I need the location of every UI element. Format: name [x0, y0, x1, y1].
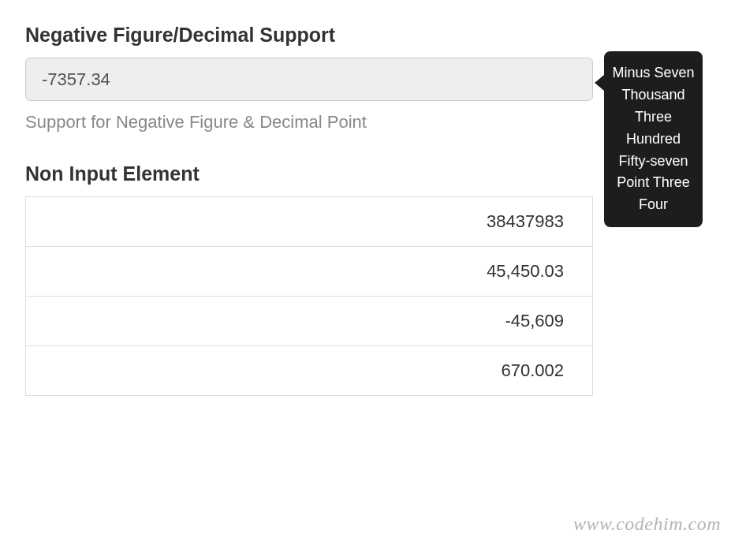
- decimal-input[interactable]: [25, 58, 593, 101]
- watermark: www.codehim.com: [573, 513, 721, 535]
- number-words-tooltip: Minus Seven Thousand Three Hundred Fifty…: [604, 51, 703, 227]
- table-row: -45,609: [26, 297, 592, 346]
- table-row: 38437983: [26, 197, 592, 247]
- table-row: 45,450.03: [26, 247, 592, 297]
- section-title-negative: Negative Figure/Decimal Support: [25, 24, 721, 47]
- values-table: 38437983 45,450.03 -45,609 670.002: [25, 196, 593, 396]
- table-row: 670.002: [26, 346, 592, 396]
